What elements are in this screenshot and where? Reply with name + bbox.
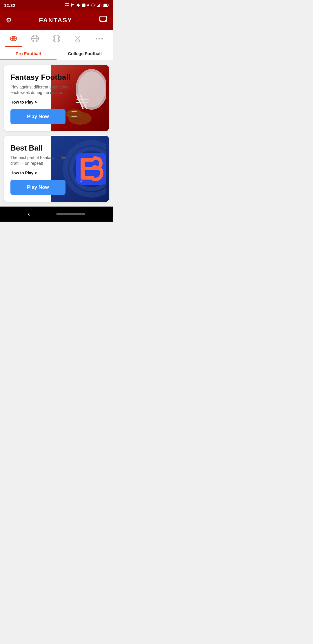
bottom-navigation: ‹: [0, 207, 113, 222]
tab-basketball[interactable]: [24, 30, 46, 47]
svg-rect-5: [82, 4, 85, 7]
dot-icon: [87, 4, 89, 6]
svg-point-6: [87, 4, 89, 6]
flag-icon: [71, 3, 75, 8]
fantasy-football-desc: Play against different opponents each we…: [10, 84, 68, 96]
status-time: 12:32: [4, 3, 15, 8]
best-ball-play-now[interactable]: Play Now: [10, 180, 65, 195]
diamond-icon: [76, 3, 80, 7]
signal-icon: [97, 3, 102, 7]
settings-icon[interactable]: ⚙: [6, 16, 12, 24]
image-icon: [65, 3, 69, 7]
status-icons: [65, 3, 109, 8]
sub-tabs: Pro Football College Football: [0, 47, 113, 60]
best-ball-title: Best Ball: [10, 144, 104, 152]
svg-point-35: [96, 38, 97, 39]
status-bar: 12:32: [0, 0, 113, 10]
back-button[interactable]: ‹: [28, 210, 30, 218]
chat-icon[interactable]: [99, 15, 107, 25]
subtab-college-football[interactable]: College Football: [57, 47, 113, 60]
svg-marker-2: [71, 3, 74, 6]
svg-marker-4: [77, 3, 80, 7]
sport-tabs: [0, 30, 113, 47]
svg-point-23: [53, 35, 60, 42]
svg-rect-8: [97, 6, 98, 7]
fantasy-football-play-now[interactable]: Play Now: [10, 109, 65, 124]
fantasy-football-text: Fantasy Football Play against different …: [4, 65, 109, 131]
tab-more[interactable]: [89, 30, 110, 47]
svg-point-36: [99, 38, 100, 39]
fantasy-football-title: Fantasy Football: [10, 73, 104, 82]
best-ball-text: Best Ball The best part of Fantasy — the…: [4, 136, 109, 202]
app-title: FANTASY: [12, 17, 99, 24]
content-area: Fantasy Football Play against different …: [0, 60, 113, 207]
svg-rect-10: [99, 4, 100, 7]
svg-point-7: [93, 7, 93, 7]
svg-rect-11: [101, 3, 101, 7]
subtab-pro-football[interactable]: Pro Football: [0, 47, 57, 60]
app-header: ⚙ FANTASY: [0, 10, 113, 30]
fantasy-football-how-to-play[interactable]: How to Play >: [10, 100, 104, 104]
svg-rect-13: [104, 4, 107, 6]
svg-point-37: [102, 38, 103, 39]
svg-point-34: [76, 41, 80, 42]
tab-football[interactable]: [3, 30, 24, 47]
svg-rect-9: [98, 5, 99, 7]
best-ball-desc: The best part of Fantasy — the draft — o…: [10, 155, 68, 166]
best-ball-card: Best Ball The best part of Fantasy — the…: [4, 136, 109, 202]
tab-baseball[interactable]: [46, 30, 67, 47]
battery-icon: [103, 3, 109, 7]
tab-hockey[interactable]: [67, 30, 89, 47]
best-ball-how-to-play[interactable]: How to Play >: [10, 171, 104, 175]
wifi-icon: [90, 3, 96, 7]
home-indicator[interactable]: [56, 213, 85, 215]
fantasy-football-card: Fantasy Football Play against different …: [4, 65, 109, 131]
square-icon: [82, 3, 86, 7]
